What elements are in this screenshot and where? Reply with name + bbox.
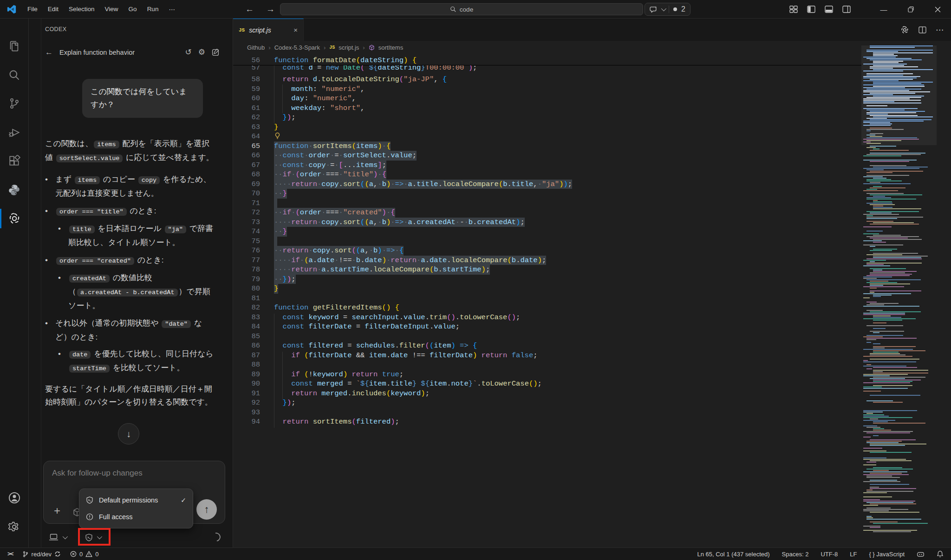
menu-view[interactable]: View <box>100 4 124 14</box>
close-window-button[interactable] <box>924 0 951 19</box>
remote-indicator-icon[interactable]: >< <box>7 551 13 558</box>
code-line-71[interactable]: 71 <box>233 199 861 208</box>
search-icon[interactable] <box>0 60 29 89</box>
language-mode-status[interactable]: { } JavaScript <box>869 551 905 558</box>
code-line-83[interactable]: 83 const keyword = searchInput.value.tri… <box>233 313 861 322</box>
code-line-65[interactable]: 65function·sortItems(items)·{ <box>233 142 861 151</box>
breadcrumb-item[interactable]: Codex-5.3-Spark <box>274 44 320 51</box>
forward-arrow-icon[interactable]: → <box>266 4 275 14</box>
explorer-icon[interactable] <box>0 32 29 60</box>
restore-button[interactable] <box>897 0 924 19</box>
eol-status[interactable]: LF <box>850 551 857 558</box>
code-line-86[interactable]: 86 const filtered = schedules.filter((it… <box>233 341 861 351</box>
code-line-82[interactable]: 82function getFilteredItems() { <box>233 303 861 313</box>
send-button[interactable]: ↑ <box>196 499 217 520</box>
code-line-58[interactable]: 58 return d.toLocaleDateString("ja-JP", … <box>233 75 861 84</box>
history-icon[interactable]: ↺ <box>185 47 192 57</box>
scroll-to-bottom-button[interactable]: ↓ <box>118 423 139 444</box>
code-line-72[interactable]: 72··if·(order·===·"created")·{ <box>233 208 861 218</box>
back-icon[interactable]: ← <box>45 48 53 57</box>
code-line-56[interactable]: 56function formatDate(dateString) { <box>233 56 861 65</box>
attach-plus-button[interactable]: + <box>50 504 64 518</box>
toggle-primary-sidebar-icon[interactable] <box>807 6 815 13</box>
code-line-85[interactable]: 85 <box>233 332 861 341</box>
code-line-79[interactable]: 79··}); <box>233 275 861 284</box>
split-editor-icon[interactable] <box>918 26 926 33</box>
code-line-75[interactable]: 75 <box>233 237 861 246</box>
code-line-80[interactable]: 80} <box>233 284 861 294</box>
code-line-88[interactable]: 88 <box>233 360 861 370</box>
toggle-secondary-sidebar-icon[interactable] <box>842 6 851 13</box>
code-line-59[interactable]: 59 month: "numeric", <box>233 84 861 94</box>
code-line-62[interactable]: 62 }); <box>233 113 861 122</box>
chatgpt-icon[interactable] <box>900 26 909 34</box>
code-line-66[interactable]: 66··const·order·=·sortSelect.value; <box>233 151 861 161</box>
code-line-69[interactable]: 69····return·copy.sort((a,·b)·=>·a.title… <box>233 180 861 189</box>
breadcrumb-item[interactable]: script.js <box>339 44 359 51</box>
code-area[interactable]: 56function formatDate(dateString) {57 co… <box>233 54 861 547</box>
close-tab-icon[interactable]: × <box>293 26 298 34</box>
code-line-94[interactable]: 94 return sortItems(filtered); <box>233 417 861 427</box>
settings-icon[interactable]: ⚙ <box>198 47 205 57</box>
customize-layout-icon[interactable] <box>789 6 798 13</box>
tab-script-js[interactable]: JS script.js × <box>233 19 304 41</box>
account-icon[interactable] <box>0 483 29 512</box>
python-extension-icon[interactable] <box>0 175 29 204</box>
codex-openai-icon[interactable] <box>0 204 29 233</box>
indentation-status[interactable]: Spaces: 2 <box>782 551 809 558</box>
code-line-63[interactable]: 63} <box>233 122 861 132</box>
back-arrow-icon[interactable]: ← <box>245 4 254 14</box>
code-line-76[interactable]: 76··return·copy.sort((a,·b)·=>·{ <box>233 246 861 256</box>
cursor-position-status[interactable]: Ln 65, Col 1 (437 selected) <box>697 551 769 558</box>
lightbulb-icon[interactable] <box>274 132 281 141</box>
code-line-73[interactable]: 73····return·copy.sort((a,·b)·=>·a.creat… <box>233 218 861 227</box>
code-line-74[interactable]: 74··} <box>233 227 861 237</box>
menu-item-full-access[interactable]: Full access <box>79 509 193 525</box>
code-line-87[interactable]: 87 if (filterDate && item.date !== filte… <box>233 351 861 360</box>
copilot-status-icon[interactable] <box>917 551 925 558</box>
editor-more-actions-icon[interactable]: ⋯ <box>936 25 944 35</box>
code-line-89[interactable]: 89 if (!keyword) return true; <box>233 370 861 380</box>
code-line-64[interactable]: 64 <box>233 132 861 142</box>
command-search-input[interactable]: code <box>280 3 643 15</box>
minimap[interactable] <box>861 45 937 544</box>
menu-go[interactable]: Go <box>124 4 142 14</box>
code-line-92[interactable]: 92 }); <box>233 398 861 408</box>
menu-file[interactable]: File <box>22 4 43 14</box>
new-chat-icon[interactable] <box>212 48 220 56</box>
code-line-57[interactable]: 57 const d = new Date(`${dateString}T00:… <box>233 65 861 75</box>
toggle-panel-icon[interactable] <box>825 6 833 13</box>
code-line-77[interactable]: 77····if·(a.date·!==·b.date)·return·a.da… <box>233 256 861 265</box>
code-line-60[interactable]: 60 day: "numeric", <box>233 94 861 103</box>
encoding-status[interactable]: UTF-8 <box>821 551 838 558</box>
environment-selector[interactable] <box>49 534 66 541</box>
extensions-icon[interactable] <box>0 147 29 175</box>
copilot-badge[interactable]: 2 <box>645 3 690 16</box>
problems-status[interactable]: 0 0 <box>70 551 98 558</box>
settings-gear-icon[interactable] <box>0 512 29 541</box>
code-line-78[interactable]: 78····return·a.startTime.localeCompare(b… <box>233 265 861 275</box>
menu-item-label: Full access <box>99 513 133 521</box>
chat-bullet: •order === "created" のとき: <box>45 254 214 268</box>
code-line-67[interactable]: 67··const·copy·=·[...items]; <box>233 161 861 170</box>
run-debug-icon[interactable] <box>0 118 29 147</box>
code-line-81[interactable]: 81 <box>233 294 861 303</box>
menu-more-icon[interactable]: ⋯ <box>163 4 180 15</box>
code-line-93[interactable]: 93 <box>233 408 861 418</box>
menu-edit[interactable]: Edit <box>43 4 64 14</box>
code-line-70[interactable]: 70··} <box>233 189 861 199</box>
minimize-button[interactable]: — <box>870 0 897 19</box>
menu-item-default-permissions[interactable]: Default permissions ✓ <box>79 492 193 509</box>
menu-selection[interactable]: Selection <box>64 4 100 14</box>
code-line-84[interactable]: 84 const filterDate = filterDateInput.va… <box>233 322 861 332</box>
source-control-icon[interactable] <box>0 89 29 118</box>
breadcrumb-item[interactable]: sortItems <box>378 44 403 51</box>
code-line-68[interactable]: 68··if·(order·===·"title")·{ <box>233 170 861 180</box>
notifications-bell-icon[interactable] <box>937 550 944 558</box>
code-line-91[interactable]: 91 return merged.includes(keyword); <box>233 389 861 399</box>
code-line-61[interactable]: 61 weekday: "short", <box>233 103 861 113</box>
menu-run[interactable]: Run <box>142 4 164 14</box>
breadcrumb-item[interactable]: Github <box>247 44 265 51</box>
branch-status[interactable]: red/dev <box>22 551 61 558</box>
code-line-90[interactable]: 90 const merged = `${item.title} ${item.… <box>233 379 861 389</box>
